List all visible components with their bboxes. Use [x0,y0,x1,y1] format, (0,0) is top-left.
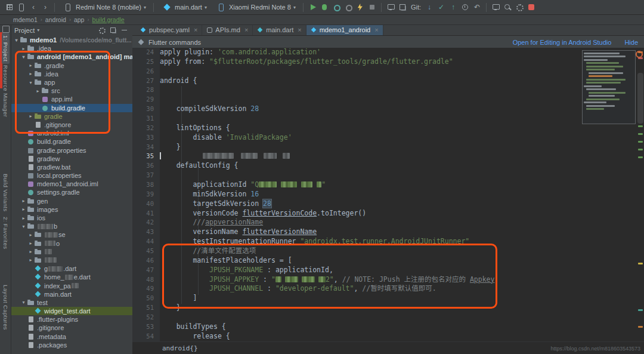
tree-expand-arrow[interactable]: ▸ [20,198,27,204]
tree-item[interactable]: main.dart [11,290,132,298]
line-number[interactable]: 26 [132,67,160,76]
tree-item[interactable]: local.properties [11,171,132,180]
tree-item[interactable]: ▸images [11,205,132,214]
editor-tab[interactable]: pubspec.yaml× [136,24,202,35]
tree-item[interactable]: ▸gen [11,197,132,205]
line-number[interactable]: 36 [132,161,160,171]
tree-item[interactable]: ▸o [11,239,132,248]
tree-expand-arrow[interactable]: ▸ [20,46,27,51]
tool-strip-tab[interactable]: Layout Captures [2,282,10,333]
line-number[interactable]: 42 [132,218,160,227]
tree-expand-arrow[interactable]: ▸ [27,63,34,68]
breadcrumb-item[interactable]: android [45,16,66,23]
settings-gear-icon[interactable] [98,26,106,35]
window-menu-icon[interactable] [5,2,14,12]
tree-item[interactable]: ▾app [11,78,132,87]
forward-icon[interactable]: › [41,2,50,12]
tree-item[interactable]: ▸ios [11,214,132,222]
stripe-mark[interactable] [638,309,643,311]
line-number[interactable]: 52 [132,313,160,322]
stripe-mark[interactable] [638,156,643,158]
tree-item[interactable]: mdemo1_android.iml [11,180,132,188]
search-everywhere-button[interactable] [503,2,512,12]
line-number[interactable]: 43 [132,227,160,237]
tree-item[interactable]: gradlew.bat [11,163,132,171]
tree-item[interactable]: .flutter-plugins [11,315,132,324]
line-number[interactable]: 53 [132,322,160,332]
line-number[interactable]: 33 [132,133,160,143]
chevron-down-icon[interactable]: ▾ [37,27,39,33]
attach-debugger-button[interactable] [343,2,353,12]
target-device-selector[interactable]: Xiaomi Redmi Note 8▾ [212,2,299,13]
tree-item[interactable]: index_pa [11,281,132,290]
tree-item[interactable]: ▸.idea [11,70,132,78]
project-panel-title[interactable]: Project [14,27,35,34]
tree-item[interactable]: gradle.properties [11,146,132,154]
tree-item[interactable]: .gitignore [11,324,132,332]
stripe-mark[interactable] [638,141,643,143]
tree-expand-arrow[interactable]: ▸ [27,71,34,76]
code-editor[interactable]: 24apply plugin: 'com.android.application… [132,48,644,342]
collapse-all-icon[interactable] [109,26,117,35]
stripe-mark[interactable] [638,133,643,135]
line-number[interactable]: 50 [132,294,160,303]
tree-item[interactable]: settings.gradle [11,188,132,196]
tree-expand-arrow[interactable]: ▸ [27,257,34,263]
tree-item[interactable]: ▸gradle [11,112,132,121]
line-number[interactable]: 35 [132,152,160,161]
editor-tab[interactable]: APIs.md× [202,24,253,35]
tree-item[interactable]: widget_test.dart [11,307,132,315]
git-rollback-button[interactable]: ↶ [472,2,482,12]
editor-tab[interactable]: mdemo1_android× [306,24,383,35]
device-manager-icon[interactable] [17,2,26,12]
profile-button[interactable] [320,2,329,12]
stripe-mark[interactable] [638,149,643,150]
tree-collapse-arrow[interactable]: ▾ [20,300,27,305]
tree-expand-arrow[interactable]: ▸ [27,232,34,238]
tool-strip-tab[interactable]: 1: Project [2,33,10,64]
line-number[interactable]: 49 [132,284,160,294]
scrollbar-thumb[interactable] [637,73,643,124]
line-number[interactable]: 51 [132,303,160,313]
line-number[interactable]: 54 [132,332,160,341]
device-mirror-icon[interactable] [491,2,500,12]
back-icon[interactable]: ‹ [29,2,38,12]
run-config-selector[interactable]: main.dart▾ [158,2,210,13]
git-push-button[interactable]: ↑ [448,2,458,12]
tree-collapse-arrow[interactable]: ▾ [20,224,27,229]
sync-project-icon[interactable] [386,2,395,12]
tool-strip-tab[interactable]: 2: Favorites [2,214,10,251]
line-number[interactable]: 39 [132,190,160,199]
line-number[interactable]: 28 [132,85,160,95]
tree-item[interactable]: ▸ [11,256,132,264]
line-number[interactable]: 27 [132,76,160,86]
line-number[interactable]: 46 [132,256,160,266]
tree-collapse-arrow[interactable]: ▾ [13,38,20,43]
hide-notification-link[interactable]: Hide [624,39,638,46]
line-number[interactable]: 47 [132,266,160,275]
tree-item[interactable]: build.gradle [11,104,132,112]
tree-collapse-arrow[interactable]: ▾ [20,54,27,60]
settings-button[interactable] [515,2,524,12]
layout-inspector-icon[interactable] [398,2,407,12]
line-number[interactable]: 44 [132,237,160,247]
breadcrumb-item[interactable]: mdemo1 [13,16,38,23]
line-number[interactable]: 34 [132,143,160,152]
hide-panel-icon[interactable] [120,26,129,35]
breadcrumb-item[interactable]: app [74,16,85,23]
tree-item[interactable]: ▸src [11,87,132,95]
git-history-button[interactable] [460,2,470,12]
tree-item[interactable]: ▸ [11,248,132,256]
tree-item[interactable]: android.iml [11,129,132,137]
tree-item[interactable]: gradlew [11,155,132,163]
stripe-mark[interactable] [638,125,643,127]
tree-item[interactable]: ▾mdemo1/Volumes/code/mo_flutt... [11,36,132,44]
tree-expand-arrow[interactable]: ▸ [27,249,34,254]
tool-strip-tab[interactable]: Resource Manager [2,63,10,119]
error-indicator-badge[interactable] [636,51,643,58]
line-number[interactable]: 25 [132,57,160,67]
stop-button[interactable] [367,2,377,12]
tree-item[interactable]: .gitignore [11,121,132,129]
line-number[interactable]: 40 [132,199,160,209]
line-number[interactable]: 38 [132,180,160,190]
